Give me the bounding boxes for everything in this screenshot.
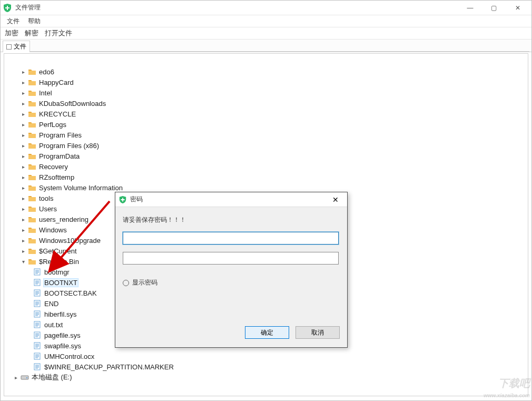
password-input-1[interactable]	[123, 232, 339, 244]
file-label: UMHControl.ocx	[43, 353, 95, 360]
file-label: pagefile.sys	[43, 331, 82, 339]
menubar: 文件 帮助	[1, 15, 531, 27]
folder-label: Intel	[38, 89, 53, 97]
folder-item[interactable]: ▸System Volume Information	[8, 182, 526, 193]
folder-item[interactable]: ▸KDubaSoftDownloads	[8, 98, 526, 109]
folder-item[interactable]: ▸edo6	[8, 66, 526, 77]
dialog-close-button[interactable]: ✕	[327, 195, 344, 204]
svg-rect-0	[34, 269, 40, 275]
tab-file[interactable]: 文件	[3, 41, 30, 52]
password-input-2[interactable]	[123, 252, 339, 265]
chevron-right-icon[interactable]: ▸	[20, 132, 26, 138]
folder-item[interactable]: ▸Recovery	[8, 161, 526, 172]
folder-label: Program Files	[38, 131, 83, 139]
folder-item[interactable]: ▸ProgramData	[8, 151, 526, 161]
window-title: 文件管理	[15, 3, 458, 12]
file-label: BOOTSECT.BAK	[43, 289, 98, 297]
cancel-button[interactable]: 取消	[295, 326, 340, 339]
folder-label: ProgramData	[38, 152, 81, 160]
tabstrip: 文件	[1, 40, 531, 52]
file-item[interactable]: $WINRE_BACKUP_PARTITION.MARKER	[8, 361, 526, 372]
tab-file-label: 文件	[14, 42, 26, 51]
window-controls: — ▢ ✕	[458, 1, 529, 15]
chevron-right-icon[interactable]: ▸	[20, 164, 26, 170]
chevron-right-icon[interactable]: ▸	[20, 227, 26, 233]
chevron-right-icon[interactable]: ▸	[20, 217, 26, 222]
toolbar-open[interactable]: 打开文件	[45, 28, 72, 38]
chevron-right-icon[interactable]: ▸	[20, 206, 26, 212]
folder-item[interactable]: ▸Program Files (x86)	[8, 140, 526, 151]
app-shield-icon	[3, 3, 12, 13]
chevron-right-icon[interactable]: ▸	[20, 143, 26, 149]
folder-label: $GetCurrent	[38, 247, 78, 255]
chevron-right-icon[interactable]: ▸	[20, 174, 26, 180]
dialog-body: 请妥善保存密码！！！ 显示密码	[115, 207, 347, 292]
show-password-toggle[interactable]: 显示密码	[123, 278, 340, 287]
minimize-button[interactable]: —	[458, 1, 482, 15]
svg-rect-45	[34, 364, 40, 370]
chevron-right-icon[interactable]: ▸	[20, 153, 26, 159]
chevron-down-icon[interactable]: ▾	[20, 259, 26, 265]
file-label: $WINRE_BACKUP_PARTITION.MARKER	[43, 363, 175, 371]
folder-label: KRECYCLE	[38, 110, 77, 118]
chevron-right-icon[interactable]: ▸	[20, 101, 26, 106]
folder-item[interactable]: ▸Program Files	[8, 130, 526, 140]
folder-label: KDubaSoftDownloads	[38, 100, 107, 107]
folder-item[interactable]: ▸KRECYCLE	[8, 109, 526, 119]
folder-label: $Recycle.Bin	[38, 258, 80, 266]
chevron-right-icon[interactable]: ▸	[20, 80, 26, 85]
svg-rect-15	[34, 300, 40, 307]
svg-rect-10	[34, 290, 40, 296]
dialog-titlebar: 密码 ✕	[115, 192, 347, 207]
folder-item[interactable]: ▸PerfLogs	[8, 119, 526, 130]
ok-button[interactable]: 确定	[245, 326, 289, 339]
svg-point-51	[26, 377, 27, 378]
dialog-buttons: 确定 取消	[245, 326, 340, 339]
folder-label: System Volume Information	[38, 184, 124, 192]
password-dialog: 密码 ✕ 请妥善保存密码！！！ 显示密码 确定 取消	[115, 192, 348, 348]
file-item[interactable]: UMHControl.ocx	[8, 351, 526, 361]
svg-rect-40	[34, 353, 40, 359]
maximize-button[interactable]: ▢	[482, 1, 506, 15]
toolbar: 加密 解密 打开文件	[1, 27, 531, 40]
folder-item[interactable]: ▸HappyCard	[8, 77, 526, 87]
chevron-right-icon[interactable]: ▸	[20, 195, 26, 201]
folder-label: PerfLogs	[38, 121, 67, 129]
folder-label: HappyCard	[38, 79, 75, 86]
chevron-right-icon[interactable]: ▸	[20, 238, 26, 243]
folder-label: tools	[38, 194, 54, 202]
file-label: BOOTNXT	[43, 278, 78, 287]
folder-label: Recovery	[38, 163, 69, 171]
drive-label: 本地磁盘 (E:)	[31, 373, 73, 382]
folder-label: Windows10Upgrade	[38, 237, 102, 244]
folder-item[interactable]: ▸RZsofttemp	[8, 172, 526, 182]
chevron-right-icon[interactable]: ▸	[20, 185, 26, 191]
chevron-right-icon[interactable]: ▸	[20, 248, 26, 254]
svg-rect-20	[34, 311, 40, 317]
dialog-title: 密码	[130, 195, 327, 204]
file-label: out.txt	[43, 321, 64, 329]
close-button[interactable]: ✕	[506, 1, 529, 15]
svg-rect-50	[21, 376, 28, 379]
folder-label: Users	[38, 205, 58, 213]
menu-file[interactable]: 文件	[5, 16, 22, 27]
drive-item[interactable]: ▸本地磁盘 (E:)	[8, 372, 526, 383]
chevron-right-icon[interactable]: ▸	[20, 111, 26, 117]
dialog-shield-icon	[119, 195, 127, 204]
toolbar-decrypt[interactable]: 解密	[25, 28, 38, 38]
menu-help[interactable]: 帮助	[26, 16, 43, 27]
file-label: END	[43, 300, 60, 308]
svg-rect-30	[34, 332, 40, 338]
file-label: hiberfil.sys	[43, 310, 77, 318]
chevron-right-icon[interactable]: ▸	[20, 122, 26, 128]
toolbar-encrypt[interactable]: 加密	[5, 28, 18, 38]
svg-rect-35	[34, 343, 40, 349]
folder-item[interactable]: ▸Intel	[8, 87, 526, 98]
chevron-right-icon[interactable]: ▸	[13, 375, 19, 380]
chevron-right-icon[interactable]: ▸	[20, 69, 26, 75]
radio-icon	[123, 280, 129, 286]
folder-label: edo6	[38, 68, 55, 76]
svg-rect-25	[34, 321, 40, 328]
chevron-right-icon[interactable]: ▸	[20, 90, 26, 96]
folder-label: Windows	[38, 226, 68, 234]
